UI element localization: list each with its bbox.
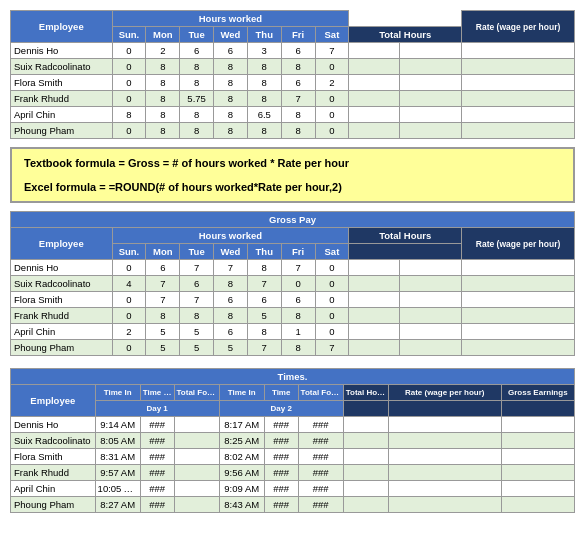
s1-r2-wed: 8 <box>214 75 248 91</box>
s2-r1-name: Suix Radcoolinato <box>11 276 113 292</box>
s1-r5-total2 <box>400 123 462 139</box>
s3-gross-header: Gross Earnings <box>501 385 574 401</box>
s2-total-header: Total Hours <box>349 228 462 244</box>
s3-r0-total <box>343 417 388 433</box>
s2-r2-total2 <box>400 292 462 308</box>
s1-row-4: April Chin 8 8 8 8 6.5 8 0 <box>11 107 575 123</box>
s1-r5-name: Phoung Pham <box>11 123 113 139</box>
formula-line1: Textbook formula = Gross = # of hours wo… <box>24 157 561 169</box>
s2-r1-wed: 8 <box>214 276 248 292</box>
s2-r3-sun: 0 <box>112 308 146 324</box>
s3-r2-tout1: ### <box>140 449 174 465</box>
s3-r1-tfd2: ### <box>298 433 343 449</box>
s2-mon: Mon <box>146 244 180 260</box>
s1-r1-fri: 8 <box>281 59 315 75</box>
s3-r2-t2: ### <box>264 449 298 465</box>
s3-r2-total <box>343 449 388 465</box>
s1-r0-mon: 2 <box>146 43 180 59</box>
s2-gross-pay-title: Gross Pay <box>11 212 575 228</box>
s2-r5-total <box>349 340 400 356</box>
s2-tue: Tue <box>180 244 214 260</box>
s3-timein-header: Time In <box>95 385 140 401</box>
s3-r5-gross <box>501 497 574 513</box>
s2-r5-fri: 8 <box>281 340 315 356</box>
s2-r5-wed: 5 <box>214 340 248 356</box>
s3-r5-tfd1 <box>174 497 219 513</box>
s2-r1-thu: 7 <box>247 276 281 292</box>
s3-r2-tfd2: ### <box>298 449 343 465</box>
s1-r4-tue: 8 <box>180 107 214 123</box>
s3-r3-tin1: 9:57 AM <box>95 465 140 481</box>
s3-r3-gross <box>501 465 574 481</box>
s2-r0-rate <box>462 260 575 276</box>
s1-r0-fri: 6 <box>281 43 315 59</box>
s3-r4-total <box>343 481 388 497</box>
s2-row-0: Dennis Ho 0 6 7 7 8 7 0 <box>11 260 575 276</box>
s3-r1-tfd1 <box>174 433 219 449</box>
s2-r1-total <box>349 276 400 292</box>
s2-r2-sun: 0 <box>112 292 146 308</box>
s1-r2-name: Flora Smith <box>11 75 113 91</box>
s3-r0-tin1: 9:14 AM <box>95 417 140 433</box>
s2-r5-rate <box>462 340 575 356</box>
s2-r0-fri: 7 <box>281 260 315 276</box>
s3-r3-name: Frank Rhudd <box>11 465 96 481</box>
s2-r4-wed: 6 <box>214 324 248 340</box>
s2-r1-mon: 7 <box>146 276 180 292</box>
s3-r1-name: Suix Radcoolinato <box>11 433 96 449</box>
s1-r4-mon: 8 <box>146 107 180 123</box>
s2-r5-total2 <box>400 340 462 356</box>
s2-r4-sat: 0 <box>315 324 349 340</box>
s2-r3-wed: 8 <box>214 308 248 324</box>
s2-r4-mon: 5 <box>146 324 180 340</box>
s1-r2-mon: 8 <box>146 75 180 91</box>
formula-box: Textbook formula = Gross = # of hours wo… <box>10 147 575 203</box>
s2-thu: Thu <box>247 244 281 260</box>
s3-r1-tin2: 8:25 AM <box>219 433 264 449</box>
s1-r1-total <box>349 59 400 75</box>
s1-r0-name: Dennis Ho <box>11 43 113 59</box>
s2-r1-rate <box>462 276 575 292</box>
s1-r0-thu: 3 <box>247 43 281 59</box>
s1-r3-total <box>349 91 400 107</box>
s3-tfd1-header: Total For Day 1 <box>174 385 219 401</box>
s2-r0-mon: 6 <box>146 260 180 276</box>
s2-r3-total2 <box>400 308 462 324</box>
s3-timein2-header: Time In <box>219 385 264 401</box>
s1-r5-tue: 8 <box>180 123 214 139</box>
s2-r3-name: Frank Rhudd <box>11 308 113 324</box>
s3-row-5: Phoung Pham 8:27 AM ### 8:43 AM ### ### <box>11 497 575 513</box>
s2-r5-name: Phoung Pham <box>11 340 113 356</box>
s3-tfd2-header: Total For Day 2 <box>298 385 343 401</box>
s1-r0-total <box>349 43 400 59</box>
s3-r4-tin2: 9:09 AM <box>219 481 264 497</box>
s2-sat: Sat <box>315 244 349 260</box>
s3-rate-header: Rate (wage per hour) <box>388 385 501 401</box>
s3-r4-tfd2: ### <box>298 481 343 497</box>
s2-r2-mon: 7 <box>146 292 180 308</box>
s1-r5-mon: 8 <box>146 123 180 139</box>
s1-r3-thu: 8 <box>247 91 281 107</box>
s3-r4-tout1: ### <box>140 481 174 497</box>
s3-r2-tin1: 8:31 AM <box>95 449 140 465</box>
s2-row-2: Flora Smith 0 7 7 6 6 6 0 <box>11 292 575 308</box>
s3-gross-sub <box>501 401 574 417</box>
s2-r0-sat: 0 <box>315 260 349 276</box>
s2-row-1: Suix Radcoolinato 4 7 6 8 7 0 0 <box>11 276 575 292</box>
s3-r5-tin1: 8:27 AM <box>95 497 140 513</box>
s3-r0-tfd2: ### <box>298 417 343 433</box>
s3-timeout-header: Time Out <box>140 385 174 401</box>
s3-rate-sub <box>388 401 501 417</box>
s2-r1-fri: 0 <box>281 276 315 292</box>
s1-r1-rate <box>462 59 575 75</box>
s3-r1-gross <box>501 433 574 449</box>
s2-r0-tue: 7 <box>180 260 214 276</box>
s1-r1-thu: 8 <box>247 59 281 75</box>
s2-r3-sat: 0 <box>315 308 349 324</box>
s2-hours-worked-header: Hours worked <box>112 228 349 244</box>
s2-row-3: Frank Rhudd 0 8 8 8 5 8 0 <box>11 308 575 324</box>
s1-r1-total2 <box>400 59 462 75</box>
s3-day2-sub: Day 2 <box>219 401 343 417</box>
s2-r3-fri: 8 <box>281 308 315 324</box>
s1-r1-mon: 8 <box>146 59 180 75</box>
